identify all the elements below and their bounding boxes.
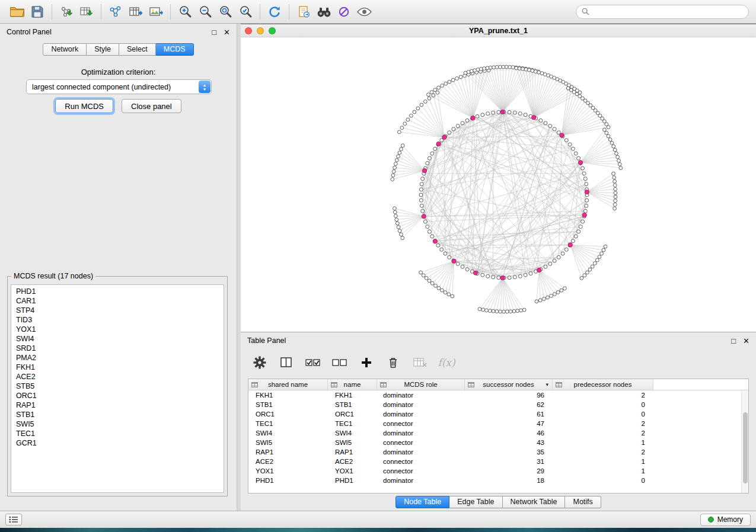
mcds-node-item[interactable]: STB5 xyxy=(11,382,224,391)
export-image-button[interactable] xyxy=(146,3,166,21)
table-cell: 47 xyxy=(465,420,553,427)
tab-select[interactable]: Select xyxy=(119,43,156,56)
delete-column-button[interactable] xyxy=(385,355,401,370)
table-row[interactable]: RAP1RAP1dominator352 xyxy=(248,447,748,457)
scrollbar-thumb[interactable] xyxy=(743,412,748,483)
table-cell: 62 xyxy=(465,401,553,408)
mcds-node-item[interactable]: TID3 xyxy=(11,315,224,325)
table-row[interactable]: ACE2ACE2connector311 xyxy=(248,457,748,466)
mcds-node-item[interactable]: FKH1 xyxy=(11,363,224,372)
hide-selected-button[interactable] xyxy=(334,3,354,21)
search-input[interactable] xyxy=(593,8,743,16)
table-header-row: shared namenameMCDS rolesuccessor nodes▾… xyxy=(248,379,748,390)
mcds-node-item[interactable]: PMA2 xyxy=(11,353,224,363)
mcds-node-item[interactable]: SWI4 xyxy=(11,334,224,344)
mcds-node-item[interactable]: STP4 xyxy=(11,306,224,315)
table-row[interactable]: YOX1YOX1connector291 xyxy=(248,466,748,476)
network-titlebar[interactable]: YPA_prune.txt_1 xyxy=(241,24,756,37)
table-cell: dominator xyxy=(377,401,465,408)
table-row[interactable]: SWI4SWI4dominator462 xyxy=(248,428,748,438)
import-network-icon xyxy=(59,5,74,18)
table-row[interactable]: TEC1TEC1connector472 xyxy=(248,419,748,428)
function-builder-button[interactable]: f(x) xyxy=(438,355,455,370)
table-row[interactable]: ORC1ORC1dominator610 xyxy=(248,409,748,419)
table-cell: RAP1 xyxy=(248,448,328,456)
toolbar-separator xyxy=(52,4,52,20)
zoom-out-button[interactable] xyxy=(195,3,215,21)
panel-window-controls: □ ✕ xyxy=(212,28,230,36)
tab-motifs[interactable]: Motifs xyxy=(565,496,601,508)
tab-edge-table[interactable]: Edge Table xyxy=(449,496,502,508)
run-mcds-button[interactable]: Run MCDS xyxy=(55,99,113,113)
gear-icon xyxy=(253,356,266,369)
close-panel-icon[interactable]: ✕ xyxy=(743,337,749,345)
mcds-node-item[interactable]: SRD1 xyxy=(11,344,224,353)
sort-grid-icon xyxy=(468,382,474,387)
select-all-columns-button[interactable] xyxy=(305,355,321,370)
columns-icon xyxy=(280,357,292,368)
new-network-button[interactable] xyxy=(106,3,126,21)
import-table-button[interactable] xyxy=(76,3,97,21)
task-history-button[interactable] xyxy=(5,514,22,525)
close-window-button[interactable] xyxy=(245,27,252,34)
show-all-button[interactable] xyxy=(354,3,374,21)
import-network-button[interactable] xyxy=(56,3,76,21)
table-row[interactable]: PHD1PHD1dominator180 xyxy=(248,476,748,485)
float-panel-icon[interactable]: □ xyxy=(731,337,736,345)
find-button[interactable] xyxy=(314,3,334,21)
table-cell: 0 xyxy=(553,401,653,408)
mcds-node-item[interactable]: RAP1 xyxy=(11,400,224,410)
mcds-node-item[interactable]: ORC1 xyxy=(11,391,224,400)
mcds-node-item[interactable]: GCR1 xyxy=(11,438,224,448)
save-session-button[interactable] xyxy=(27,3,47,21)
column-header-predecessor-nodes[interactable]: predecessor nodes xyxy=(553,379,653,390)
refresh-button[interactable] xyxy=(264,3,285,21)
minimize-window-button[interactable] xyxy=(257,27,264,34)
mcds-node-item[interactable]: ACE2 xyxy=(11,372,224,382)
open-file-button[interactable] xyxy=(7,3,27,21)
table-row[interactable]: SWI5SWI5connector431 xyxy=(248,438,748,447)
table-cell: SWI5 xyxy=(328,439,377,446)
close-panel-icon[interactable]: ✕ xyxy=(224,28,230,36)
table-scrollbar[interactable] xyxy=(741,391,748,493)
mcds-node-item[interactable]: CAR1 xyxy=(11,296,224,306)
tab-mcds[interactable]: MCDS xyxy=(156,43,194,56)
share-document-button[interactable] xyxy=(294,3,314,21)
tab-network-table[interactable]: Network Table xyxy=(503,496,566,508)
tab-node-table[interactable]: Node Table xyxy=(395,496,449,508)
control-panel-title: Control Panel xyxy=(7,28,52,36)
mcds-node-item[interactable]: STB1 xyxy=(11,410,224,419)
mcds-node-item[interactable]: SWI5 xyxy=(11,419,224,429)
optimization-criterion-select[interactable]: largest connected component (undirected)… xyxy=(26,79,212,94)
deselect-all-columns-button[interactable] xyxy=(331,355,348,370)
zoom-selected-button[interactable] xyxy=(235,3,256,21)
sort-dropdown-icon[interactable]: ▾ xyxy=(546,382,548,387)
delete-table-button[interactable] xyxy=(412,355,428,370)
export-table-button[interactable] xyxy=(126,3,146,21)
tab-style[interactable]: Style xyxy=(87,43,119,56)
search-box[interactable] xyxy=(576,5,749,19)
zoom-fit-button[interactable] xyxy=(215,3,235,21)
mcds-node-item[interactable]: YOX1 xyxy=(11,325,224,334)
column-header-shared-name[interactable]: shared name xyxy=(248,379,328,390)
float-panel-icon[interactable]: □ xyxy=(212,28,216,36)
memory-button[interactable]: Memory xyxy=(700,514,751,526)
mcds-result-list[interactable]: PHD1CAR1STP4TID3YOX1SWI4SRD1PMA2FKH1ACE2… xyxy=(11,284,224,493)
tab-network[interactable]: Network xyxy=(43,43,87,56)
mcds-node-item[interactable]: TEC1 xyxy=(11,429,224,438)
table-row[interactable]: STB1STB1dominator620 xyxy=(248,400,748,409)
table-settings-button[interactable] xyxy=(251,355,268,370)
column-header-MCDS-role[interactable]: MCDS role xyxy=(377,379,465,390)
mcds-node-item[interactable]: PHD1 xyxy=(11,287,224,296)
column-header-successor-nodes[interactable]: successor nodes▾ xyxy=(465,379,553,390)
zoom-window-button[interactable] xyxy=(269,27,276,34)
table-row[interactable]: FKH1FKH1dominator962 xyxy=(248,390,748,400)
network-canvas[interactable] xyxy=(241,37,756,332)
zoom-in-button[interactable] xyxy=(175,3,195,21)
table-cell: 1 xyxy=(553,458,653,465)
show-columns-button[interactable] xyxy=(278,355,295,370)
column-header-name[interactable]: name xyxy=(328,379,377,390)
close-panel-button[interactable]: Close panel xyxy=(122,99,181,113)
add-column-button[interactable] xyxy=(358,355,375,370)
export-image-icon xyxy=(149,6,163,18)
